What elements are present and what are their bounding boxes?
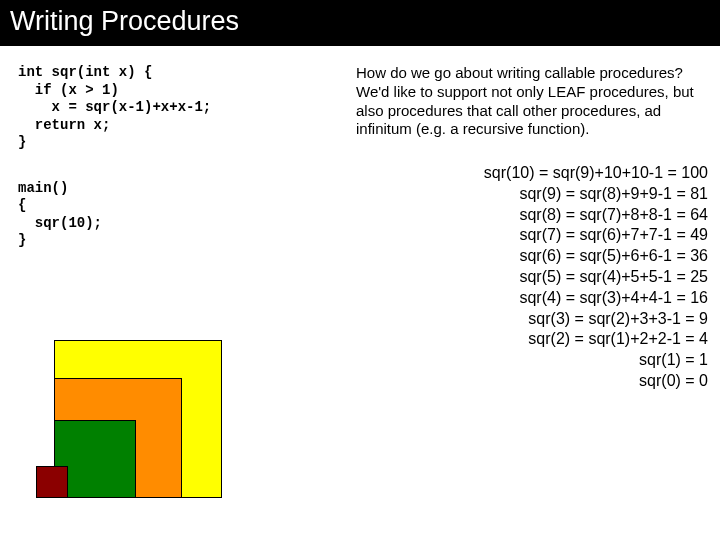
nested-squares-diagram xyxy=(36,340,226,510)
slide-title: Writing Procedures xyxy=(0,0,720,46)
description-paragraph: How do we go about writing callable proc… xyxy=(356,64,708,139)
right-column: How do we go about writing callable proc… xyxy=(348,64,708,392)
trace-line: sqr(5) = sqr(4)+5+5-1 = 25 xyxy=(356,267,708,288)
trace-line: sqr(1) = 1 xyxy=(356,350,708,371)
trace-line: sqr(9) = sqr(8)+9+9-1 = 81 xyxy=(356,184,708,205)
trace-line: sqr(8) = sqr(7)+8+8-1 = 64 xyxy=(356,205,708,226)
square-darkred xyxy=(36,466,68,498)
trace-line: sqr(6) = sqr(5)+6+6-1 = 36 xyxy=(356,246,708,267)
trace-line: sqr(2) = sqr(1)+2+2-1 = 4 xyxy=(356,329,708,350)
trace-line: sqr(10) = sqr(9)+10+10-1 = 100 xyxy=(356,163,708,184)
code-block-main: main() { sqr(10); } xyxy=(18,180,348,250)
trace-line: sqr(3) = sqr(2)+3+3-1 = 9 xyxy=(356,309,708,330)
trace-line: sqr(7) = sqr(6)+7+7-1 = 49 xyxy=(356,225,708,246)
trace-line: sqr(4) = sqr(3)+4+4-1 = 16 xyxy=(356,288,708,309)
recursion-trace: sqr(10) = sqr(9)+10+10-1 = 100 sqr(9) = … xyxy=(356,163,708,392)
trace-line: sqr(0) = 0 xyxy=(356,371,708,392)
code-block-sqr: int sqr(int x) { if (x > 1) x = sqr(x-1)… xyxy=(18,64,348,152)
